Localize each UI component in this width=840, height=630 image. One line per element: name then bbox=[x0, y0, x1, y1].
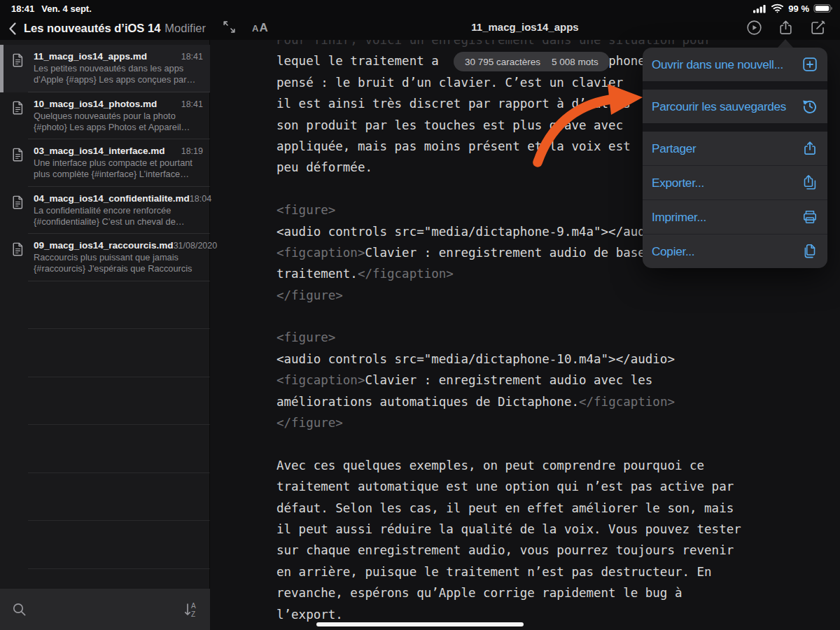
text-line: <figure> bbox=[276, 327, 741, 348]
empty-list-row bbox=[28, 473, 210, 522]
text-line: Avec ces quelques exemples, on peut comp… bbox=[276, 455, 741, 476]
plus-square-icon bbox=[802, 56, 818, 73]
share-icon bbox=[802, 140, 818, 157]
menu-group-separator bbox=[643, 81, 827, 90]
text-line: </figure> bbox=[276, 285, 741, 306]
document-icon bbox=[10, 52, 25, 68]
empty-list-row bbox=[28, 329, 210, 377]
file-name: 04_macg_ios14_confidentialite.md bbox=[34, 193, 190, 204]
home-indicator[interactable] bbox=[316, 622, 524, 626]
file-item[interactable]: 11_macg_ios14_apps.md18:41Les petites no… bbox=[0, 45, 210, 92]
file-timestamp: 18:41 bbox=[181, 99, 203, 109]
wifi-icon bbox=[771, 4, 784, 13]
menu-item-share[interactable]: Partager bbox=[643, 132, 827, 165]
text-line: il peut aussi réduire la qualité de la v… bbox=[276, 519, 741, 540]
file-timestamp: 18:19 bbox=[181, 146, 203, 156]
document-icon bbox=[10, 195, 25, 210]
empty-list-row bbox=[28, 521, 210, 569]
document-icon bbox=[10, 100, 25, 115]
file-preview: Les petites nouveautés dans les apps d’A… bbox=[34, 63, 203, 86]
export-icon bbox=[802, 174, 818, 191]
copy-icon bbox=[802, 243, 818, 260]
file-preview: La confidentialité encore renforcée {#co… bbox=[34, 205, 203, 228]
text-line: améliorations automatiques de Dictaphone… bbox=[276, 391, 741, 412]
text-line: revanche, espérons qu’Apple corrige rapi… bbox=[276, 582, 741, 603]
svg-text:A: A bbox=[191, 601, 196, 609]
text-line: <audio controls src="media/dictaphone-10… bbox=[276, 349, 741, 370]
cellular-icon bbox=[753, 4, 766, 13]
file-sidebar: 11_macg_ios14_apps.md18:41Les petites no… bbox=[0, 40, 210, 630]
battery-percent: 99 % bbox=[788, 4, 809, 14]
edit-button[interactable]: Modifier bbox=[164, 22, 206, 34]
text-line: <figcaption>Clavier : enregistrement aud… bbox=[276, 370, 741, 391]
menu-item-browse-backups[interactable]: Parcourir les sauvegardes bbox=[643, 90, 827, 123]
file-item[interactable]: 03_macg_ios14_interface.md18:19Une inter… bbox=[0, 139, 210, 187]
menu-item-print[interactable]: Imprimer... bbox=[643, 200, 827, 234]
file-name: 10_macg_ios14_photos.md bbox=[34, 99, 157, 109]
sidebar-header: Les nouveautés d’iOS 14Modifier bbox=[0, 17, 210, 40]
battery-icon bbox=[813, 4, 833, 13]
file-list: 11_macg_ios14_apps.md18:41Les petites no… bbox=[0, 40, 210, 281]
annotation-arrow bbox=[518, 70, 658, 172]
printer-icon bbox=[802, 209, 818, 225]
file-timestamp: 18:04 bbox=[190, 194, 211, 204]
text-line bbox=[276, 433, 741, 454]
text-line: sur chaque enregistrement audio, vous po… bbox=[276, 540, 741, 561]
character-count: 30 795 caractères bbox=[465, 57, 540, 67]
file-timestamp: 31/08/2020 bbox=[174, 241, 218, 251]
word-count-badge[interactable]: 30 795 caractères 5 008 mots bbox=[454, 52, 610, 71]
file-item[interactable]: 04_macg_ios14_confidentialite.md18:04La … bbox=[0, 187, 210, 234]
svg-text:Z: Z bbox=[191, 610, 195, 617]
text-line: en arrière, puisque le traitement n’est … bbox=[276, 561, 741, 582]
document-icon bbox=[10, 241, 25, 257]
text-line: </figure> bbox=[276, 412, 741, 433]
editor-toolbar: AA 11_macg_ios14_apps bbox=[210, 17, 840, 40]
file-item[interactable]: 09_macg_ios14_raccourcis.md31/08/2020Rac… bbox=[0, 234, 210, 281]
menu-item-open-in-new-window[interactable]: Ouvrir dans une nouvell... bbox=[643, 48, 827, 81]
empty-rows bbox=[0, 281, 210, 569]
menu-item-copy[interactable]: Copier... bbox=[643, 234, 827, 268]
text-line: défaut. Selon les cas, il peut en effet … bbox=[276, 498, 741, 519]
sort-icon[interactable]: A Z bbox=[182, 601, 199, 619]
navigation-bar: Les nouveautés d’iOS 14Modifier AA 11_ma… bbox=[0, 17, 840, 40]
file-name: 11_macg_ios14_apps.md bbox=[34, 51, 147, 62]
status-time: 18:41 bbox=[11, 4, 34, 14]
history-icon bbox=[802, 98, 818, 115]
search-bar[interactable]: A Z bbox=[0, 589, 210, 630]
share-icon[interactable] bbox=[777, 19, 794, 36]
file-timestamp: 18:41 bbox=[181, 52, 203, 62]
menu-group-separator bbox=[643, 123, 827, 132]
top-chrome: 18:41 Ven. 4 sept. 99 % bbox=[0, 0, 840, 40]
ipad-screen: Pour finir, voici un enregistrement dans… bbox=[0, 0, 840, 630]
menu-item-export[interactable]: Exporter... bbox=[643, 165, 827, 200]
file-name: 03_macg_ios14_interface.md bbox=[34, 146, 165, 156]
file-preview: Raccourcis plus puissant que jamais {#ra… bbox=[34, 252, 203, 275]
selection-indicator bbox=[0, 45, 4, 92]
word-count: 5 008 mots bbox=[552, 57, 598, 67]
text-line bbox=[276, 306, 741, 327]
file-preview: Une interface plus compacte et pourtant … bbox=[34, 158, 203, 181]
text-line: traitement automatique est une option qu… bbox=[276, 476, 741, 497]
file-preview: Quelques nouveautés pour la photo {#phot… bbox=[34, 111, 203, 134]
library-title: Les nouveautés d’iOS 14Modifier bbox=[20, 22, 210, 35]
back-button[interactable] bbox=[6, 20, 20, 37]
file-item[interactable]: 10_macg_ios14_photos.md18:41Quelques nou… bbox=[0, 92, 210, 140]
play-preview-icon[interactable] bbox=[746, 19, 763, 36]
context-menu: Ouvrir dans une nouvell...Parcourir les … bbox=[643, 48, 827, 268]
document-icon bbox=[10, 147, 25, 162]
empty-list-row bbox=[28, 281, 210, 330]
status-date: Ven. 4 sept. bbox=[41, 4, 92, 14]
empty-list-row bbox=[28, 377, 210, 426]
status-bar: 18:41 Ven. 4 sept. 99 % bbox=[0, 0, 840, 17]
compose-icon[interactable] bbox=[809, 19, 827, 36]
empty-list-row bbox=[28, 425, 210, 473]
file-name: 09_macg_ios14_raccourcis.md bbox=[34, 240, 174, 251]
search-icon[interactable] bbox=[11, 601, 28, 618]
